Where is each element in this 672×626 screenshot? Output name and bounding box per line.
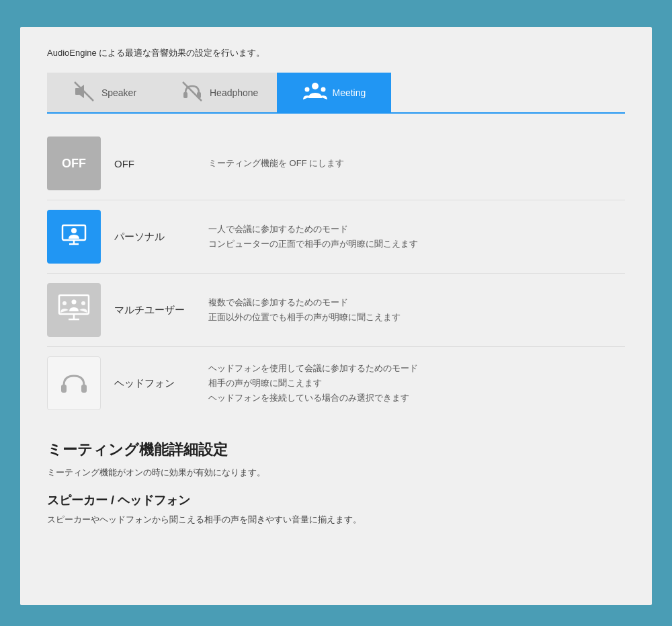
- personal-name: パーソナル: [114, 231, 195, 243]
- page-description: AudioEngine による最適な音響効果の設定を行います。: [47, 47, 625, 59]
- section-heading: ミーティング機能詳細設定: [47, 440, 625, 460]
- svg-point-11: [71, 228, 77, 233]
- tab-headphone[interactable]: Headphone: [161, 73, 277, 112]
- tab-headphone-label: Headphone: [210, 87, 258, 98]
- detail-section: ミーティング機能詳細設定 ミーティング機能がオンの時に効果が有効になります。 ス…: [47, 440, 625, 526]
- tab-speaker-label: Speaker: [101, 87, 136, 98]
- svg-point-7: [321, 87, 325, 92]
- tab-meeting-label: Meeting: [333, 87, 366, 98]
- svg-rect-4: [197, 92, 201, 98]
- headphone-tab-icon: [180, 79, 204, 106]
- tab-meeting[interactable]: Meeting: [277, 73, 391, 112]
- off-icon-label: OFF: [62, 157, 86, 171]
- svg-rect-1: [75, 88, 79, 95]
- personal-icon: [57, 220, 91, 253]
- svg-point-6: [304, 87, 309, 92]
- multiuser-desc: 複数で会議に参加するためのモード正面以外の位置でも相手の声が明瞭に聞こえます: [208, 295, 401, 325]
- meeting-icon: [303, 79, 327, 106]
- tab-speaker[interactable]: Speaker: [47, 73, 161, 112]
- options-list: OFF OFF ミーティング機能を OFF にします パーソナル 一人: [47, 127, 625, 420]
- sub-heading: スピーカー / ヘッドフォン: [47, 492, 625, 508]
- svg-point-15: [72, 300, 77, 305]
- personal-icon-box: [47, 210, 101, 264]
- svg-point-17: [81, 301, 85, 305]
- svg-point-5: [312, 83, 319, 89]
- option-personal[interactable]: パーソナル 一人で会議に参加するためのモードコンピューターの正面で相手の声が明瞭…: [47, 200, 625, 274]
- multiuser-icon-box: [47, 283, 101, 337]
- off-desc: ミーティング機能を OFF にします: [208, 156, 344, 171]
- svg-point-16: [62, 301, 67, 305]
- headphone-option-desc: ヘッドフォンを使用して会議に参加するためのモード相手の声が明瞭に聞こえますヘッド…: [208, 361, 418, 405]
- svg-rect-18: [61, 385, 67, 393]
- option-off[interactable]: OFF OFF ミーティング機能を OFF にします: [47, 127, 625, 200]
- option-headphone[interactable]: ヘッドフォン ヘッドフォンを使用して会議に参加するためのモード相手の声が明瞭に聞…: [47, 347, 625, 420]
- svg-rect-19: [81, 385, 87, 393]
- headphone-option-icon-box: [47, 356, 101, 410]
- section-desc: ミーティング機能がオンの時に効果が有効になります。: [47, 467, 625, 479]
- off-icon-box: OFF: [47, 136, 101, 190]
- headphone-option-name: ヘッドフォン: [114, 377, 195, 390]
- multiuser-name: マルチユーザー: [114, 304, 195, 317]
- headphone-option-icon: [57, 366, 91, 400]
- svg-rect-3: [183, 92, 187, 98]
- multiuser-icon: [55, 291, 93, 329]
- personal-desc: 一人で会議に参加するためのモードコンピューターの正面で相手の声が明瞭に聞こえます: [208, 222, 418, 251]
- sub-desc: スピーカーやヘッドフォンから聞こえる相手の声を聞きやすい音量に揃えます。: [47, 514, 625, 526]
- speaker-icon: [72, 79, 96, 106]
- main-panel: AudioEngine による最適な音響効果の設定を行います。 Speaker: [20, 27, 652, 605]
- tab-bar: Speaker Headphone: [47, 73, 625, 114]
- off-name: OFF: [114, 158, 195, 169]
- option-multiuser[interactable]: マルチユーザー 複数で会議に参加するためのモード正面以外の位置でも相手の声が明瞭…: [47, 274, 625, 347]
